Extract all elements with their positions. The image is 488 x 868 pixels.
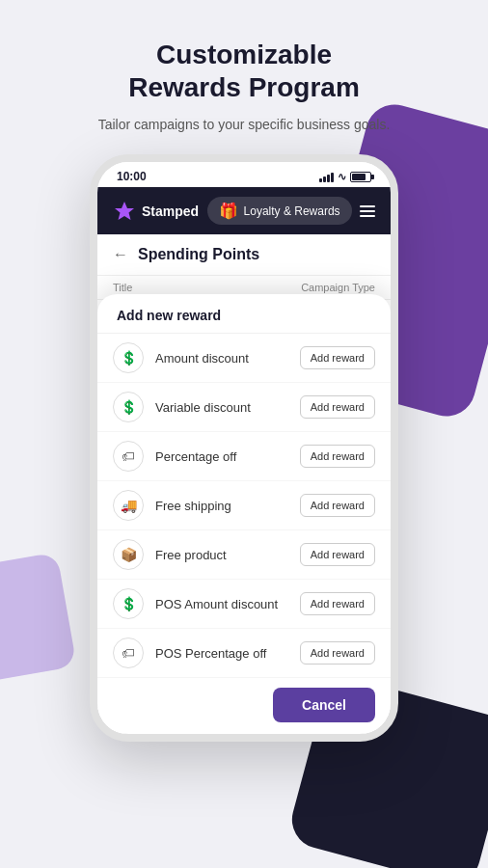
app-navbar: Stamped 🎁 Loyalty & Rewards: [97, 187, 391, 234]
reward-icon: 🏷: [113, 441, 144, 472]
reward-name: POS Percentage off: [155, 646, 288, 661]
reward-option: 📦 Free product Add reward: [97, 530, 391, 580]
col-title-label: Title: [113, 282, 244, 293]
reward-icon: 🚚: [113, 490, 144, 521]
add-reward-button[interactable]: Add reward: [300, 641, 375, 665]
reward-option: 💲 Amount discount Add reward: [97, 334, 391, 383]
page-subtitle: Tailor campaigns to your specific busine…: [58, 115, 430, 135]
svg-marker-0: [115, 202, 134, 220]
battery-icon: [350, 172, 371, 182]
col-campaign-label: Campaign Type: [244, 282, 375, 293]
reward-name: Free product: [155, 548, 288, 562]
reward-option: 🏷 Percentage off Add reward: [97, 432, 391, 481]
rewards-options-list: 💲 Amount discount Add reward 💲 Variable …: [97, 334, 391, 678]
page-header: Customizable Rewards Program Tailor camp…: [0, 0, 488, 154]
add-reward-modal: Add new reward 💲 Amount discount Add rew…: [97, 294, 391, 734]
wifi-icon: ∿: [338, 171, 346, 183]
reward-icon: 💲: [113, 342, 144, 373]
page-title: Customizable Rewards Program: [58, 39, 430, 103]
add-reward-button[interactable]: Add reward: [300, 346, 375, 369]
cancel-button[interactable]: Cancel: [273, 688, 375, 722]
reward-name: POS Amount discount: [155, 597, 288, 611]
status-bar: 10:00 ∿: [97, 162, 391, 187]
add-reward-button[interactable]: Add reward: [300, 494, 375, 517]
reward-name: Percentage off: [155, 449, 288, 464]
page-content: ← Spending Points Title Campaign Type 💲 …: [97, 234, 391, 734]
signal-icon: [319, 171, 334, 182]
hamburger-menu[interactable]: [360, 205, 375, 217]
stamped-logo-icon: [113, 200, 136, 223]
nav-tab-label: Loyalty & Rewards: [244, 204, 340, 218]
status-icons: ∿: [319, 171, 371, 183]
reward-icon: 📦: [113, 539, 144, 570]
spending-points-title: Spending Points: [138, 246, 259, 263]
reward-option: 💲 POS Amount discount Add reward: [97, 580, 391, 629]
reward-name: Variable discount: [155, 400, 288, 415]
app-logo-text: Stamped: [142, 203, 199, 219]
page-top-bar: ← Spending Points: [97, 234, 391, 276]
reward-name: Free shipping: [155, 499, 288, 513]
back-button[interactable]: ←: [113, 246, 128, 263]
reward-icon: 💲: [113, 392, 144, 422]
reward-option: 🚚 Free shipping Add reward: [97, 481, 391, 530]
reward-icon: 💲: [113, 588, 144, 619]
nav-tab-icon: 🎁: [219, 202, 238, 220]
status-time: 10:00: [117, 170, 147, 183]
add-reward-button[interactable]: Add reward: [300, 592, 375, 615]
phone-mockup: 10:00 ∿ Stamped 🎁 Loyalty & Rewards: [90, 154, 398, 742]
reward-option: 🏷 POS Percentage off Add reward: [97, 629, 391, 678]
add-reward-button[interactable]: Add reward: [300, 395, 375, 419]
reward-option: 💲 Variable discount Add reward: [97, 383, 391, 432]
add-reward-button[interactable]: Add reward: [300, 445, 375, 468]
modal-title: Add new reward: [97, 294, 391, 334]
nav-tab-loyalty[interactable]: 🎁 Loyalty & Rewards: [207, 197, 352, 225]
bg-decoration-3: [0, 552, 77, 683]
reward-icon: 🏷: [113, 637, 144, 668]
app-logo: Stamped: [113, 200, 199, 223]
reward-name: Amount discount: [155, 351, 288, 366]
add-reward-button[interactable]: Add reward: [300, 543, 375, 566]
